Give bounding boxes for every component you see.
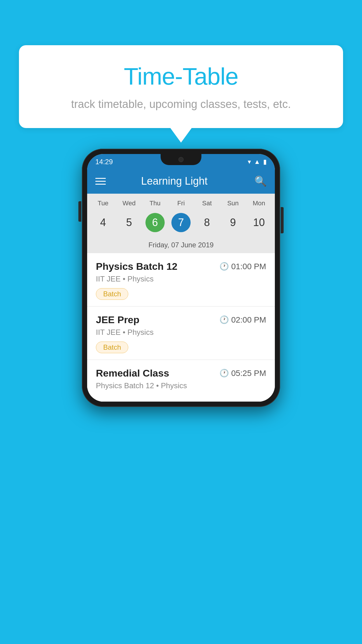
day-wed[interactable]: Wed	[116, 198, 142, 209]
date-6-today[interactable]: 6	[142, 211, 168, 235]
bubble-subtitle: track timetable, upcoming classes, tests…	[34, 97, 328, 112]
status-time: 14:29	[95, 158, 113, 166]
class-item-physics-batch-12[interactable]: Physics Batch 12 🕐 01:00 PM IIT JEE • Ph…	[87, 253, 275, 307]
date-10[interactable]: 10	[246, 211, 272, 235]
wifi-icon: ▾	[248, 158, 251, 166]
batch-badge: Batch	[96, 288, 128, 300]
date-8[interactable]: 8	[194, 211, 220, 235]
class-item-jee-prep[interactable]: JEE Prep 🕐 02:00 PM IIT JEE • Physics Ba…	[87, 307, 275, 360]
class-name: Remedial Class	[96, 368, 169, 379]
class-subtitle: IIT JEE • Physics	[96, 274, 266, 284]
calendar-dates: 4 5 6 7 8 9 10	[87, 209, 275, 239]
selected-date-label: Friday, 07 June 2019	[87, 239, 275, 253]
day-mon[interactable]: Mon	[246, 198, 272, 209]
date-4[interactable]: 4	[90, 211, 116, 235]
bubble-title: Time-Table	[34, 63, 328, 90]
search-button[interactable]: 🔍	[254, 175, 267, 187]
class-item-header: JEE Prep 🕐 02:00 PM	[96, 314, 266, 326]
class-subtitle: Physics Batch 12 • Physics	[96, 381, 266, 390]
date-7-selected[interactable]: 7	[168, 211, 194, 235]
app-bar: Learning Light 🔍	[87, 169, 275, 194]
phone-inner: 14:29 ▾ ▲ ▮ Learning Light 🔍 Tue	[87, 154, 275, 402]
hamburger-menu[interactable]	[95, 178, 106, 185]
day-tue[interactable]: Tue	[90, 198, 116, 209]
class-name: JEE Prep	[96, 314, 139, 326]
battery-icon: ▮	[263, 158, 267, 166]
status-icons: ▾ ▲ ▮	[248, 158, 267, 166]
class-item-header: Remedial Class 🕐 05:25 PM	[96, 368, 266, 379]
class-subtitle: IIT JEE • Physics	[96, 328, 266, 337]
day-sun[interactable]: Sun	[220, 198, 246, 209]
clock-icon: 🕐	[219, 262, 229, 271]
class-time: 🕐 01:00 PM	[219, 262, 266, 271]
signal-icon: ▲	[254, 158, 260, 166]
camera	[178, 157, 184, 162]
class-time: 🕐 02:00 PM	[219, 315, 266, 325]
speech-bubble-container: Time-Table track timetable, upcoming cla…	[19, 45, 343, 128]
class-list: Physics Batch 12 🕐 01:00 PM IIT JEE • Ph…	[87, 253, 275, 402]
clock-icon: 🕐	[219, 369, 229, 378]
day-fri[interactable]: Fri	[168, 198, 194, 209]
calendar-day-headers: Tue Wed Thu Fri Sat Sun Mon	[87, 194, 275, 209]
app-title: Learning Light	[115, 175, 234, 187]
batch-badge: Batch	[96, 342, 128, 353]
class-item-remedial-class[interactable]: Remedial Class 🕐 05:25 PM Physics Batch …	[87, 360, 275, 402]
clock-icon: 🕐	[219, 315, 229, 324]
day-sat[interactable]: Sat	[194, 198, 220, 209]
day-thu[interactable]: Thu	[142, 198, 168, 209]
class-item-header: Physics Batch 12 🕐 01:00 PM	[96, 261, 266, 272]
date-5[interactable]: 5	[116, 211, 142, 235]
phone-outer: 14:29 ▾ ▲ ▮ Learning Light 🔍 Tue	[82, 149, 280, 407]
phone-notch	[161, 154, 201, 165]
class-name: Physics Batch 12	[96, 261, 178, 272]
phone-mockup: 14:29 ▾ ▲ ▮ Learning Light 🔍 Tue	[82, 149, 280, 407]
date-9[interactable]: 9	[220, 211, 246, 235]
class-time: 🕐 05:25 PM	[219, 369, 266, 378]
speech-bubble: Time-Table track timetable, upcoming cla…	[19, 45, 343, 128]
